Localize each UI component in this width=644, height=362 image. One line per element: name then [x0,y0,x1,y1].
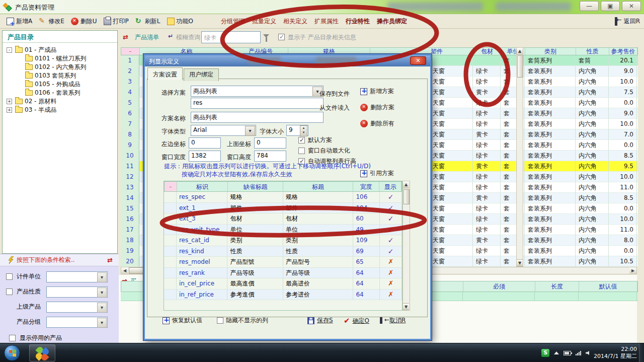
scheme-select[interactable]: 商品列表 [191,86,324,97]
toolbar-button-3[interactable]: 删除U [71,17,97,26]
product-list-label[interactable]: 产品清单 [135,33,159,42]
tree-item[interactable]: 0106 - 套装系列 [4,89,116,97]
menu-item[interactable]: 批量定义 [252,17,276,26]
filter-icon[interactable] [263,34,269,38]
tab-scheme-settings[interactable]: 方案设置 [147,67,183,80]
column-header[interactable]: - [165,182,177,191]
column-header[interactable]: 长度 [535,281,579,292]
menu-item[interactable]: 操作员绑定 [377,17,407,26]
auto-maximize-checkbox-row[interactable]: 窗口自动最大化 [298,147,350,155]
delete-scheme-button[interactable]: 删除方案 [360,103,394,112]
tray-app-icon[interactable]: S [541,349,549,357]
column-header[interactable]: 宽度 [353,182,380,191]
tab-user-binding[interactable]: 用户绑定 [184,68,219,81]
toolbar-button-2[interactable]: 修改E [39,17,64,26]
save-button[interactable]: 保存S [307,316,333,325]
hide-columns-checkbox[interactable] [217,317,223,324]
column-def-row[interactable]: res_cat_id类别类别109✓ [164,235,402,246]
tree-expander[interactable]: + [7,99,12,104]
scroll-left-arrow[interactable]: ◀ [121,267,128,274]
menu-item[interactable]: 相关定义 [283,17,307,26]
battery-icon[interactable] [564,351,571,355]
show-disabled-checkbox[interactable] [9,335,16,341]
column-def-row[interactable]: ext_1塑件塑件104✓ [164,203,402,214]
menu-item[interactable]: 行业特性 [346,17,370,26]
scheme-name-field[interactable]: 商品列表 [191,112,324,123]
swap-icon[interactable]: ⇄ [123,33,128,41]
top-coord-field[interactable]: 0 [254,137,286,149]
minimize-button[interactable]: — [580,1,599,11]
filter-checkbox[interactable] [6,273,13,280]
filter-checkbox[interactable] [6,288,13,295]
read-from-file-label[interactable]: 从文件读入 [319,104,350,112]
save-to-file-label[interactable]: 保存到文件 [319,90,350,98]
scroll-thumb[interactable] [404,189,410,204]
close-button[interactable]: ✕ [622,1,641,11]
tree-item[interactable]: 0103 套筒系列 [4,71,116,80]
reference-scheme-button[interactable]: 引用方案 [360,169,394,178]
cancel-button[interactable]: 取消R [380,316,406,325]
window-height-field[interactable]: 784 [254,151,286,162]
scheme-id-field[interactable]: res [191,98,324,109]
tree-expander[interactable]: + [7,107,12,113]
show-desktop-button[interactable] [639,343,644,362]
toolbar-button-4[interactable]: 打印P [104,17,129,26]
column-header[interactable]: 必须 [463,281,535,292]
return-button[interactable]: 返回R [615,17,640,26]
taskbar-app-button[interactable] [29,344,55,361]
column-header[interactable]: - [121,48,140,55]
filter-dropdown[interactable] [46,286,108,298]
menu-item[interactable]: 扩展属性 [314,17,339,26]
delete-all-button[interactable]: 删除所有 [360,119,394,128]
scroll-thumb[interactable] [517,55,523,78]
auto-maximize-checkbox[interactable] [298,148,305,154]
dialog-close-button[interactable]: ✕ [410,56,426,65]
toolbar-button-1[interactable]: 新增A [7,17,32,26]
filter-dropdown[interactable] [46,302,108,313]
column-header[interactable]: 默认值 [579,281,637,292]
network-signal-icon[interactable] [576,351,581,355]
toolbar-button-5[interactable]: 刷新L [135,17,160,26]
column-header[interactable]: 标题 [283,182,353,191]
filter-dropdown[interactable] [46,271,108,282]
scroll-right-arrow[interactable]: ▶ [629,267,636,274]
show-sub-checkbox[interactable] [278,34,285,40]
show-disabled-row[interactable]: 显示停用的产品 [9,334,62,342]
scroll-down-arrow[interactable]: ▼ [517,259,523,266]
restore-button[interactable]: ▣ [601,1,620,11]
column-header[interactable]: 参考售价 [609,48,637,55]
tree-item[interactable]: 0105 - 外购成品 [4,80,116,89]
hide-columns-checkbox-row[interactable]: 隐藏不显示的列 [217,316,268,325]
font-size-stepper[interactable]: 9 [286,125,308,136]
column-def-row[interactable]: res_kind性质性质69✓ [164,246,402,257]
column-header[interactable]: 缺省标题 [228,182,283,191]
column-def-row[interactable] [164,300,402,311]
column-header[interactable]: 包材 [473,48,501,55]
tree-item[interactable]: 0102 - 内六角系列 [4,63,116,71]
column-def-row[interactable]: res_spec规格规格106✓ [164,192,402,203]
column-def-row[interactable]: ext_3包材包材60✓ [164,213,402,225]
new-scheme-button[interactable]: 新增方案 [360,87,394,96]
clock[interactable]: 22:00 2014/7/1 星期二 [594,346,637,360]
start-button[interactable] [4,345,20,361]
default-scheme-checkbox[interactable] [298,137,305,143]
grid-scrollbar[interactable]: ▲ ▼ [403,181,410,311]
column-def-row[interactable]: res_rank产品等级产品等级64✗ [164,268,402,279]
column-def-row[interactable]: in_cel_price最高進價最高进价64✗ [164,278,402,289]
left-coord-field[interactable]: 0 [189,137,221,149]
tray-expand-icon[interactable] [554,351,559,354]
font-select[interactable]: Arial [191,125,256,136]
swap-icon[interactable]: ⇄ [107,256,113,264]
scroll-up-arrow[interactable]: ▲ [403,181,409,188]
window-width-field[interactable]: 1382 [189,151,221,162]
filter-dropdown[interactable] [46,317,108,328]
vertical-scrollbar[interactable]: ▲ ▼ [516,47,523,267]
tree-item[interactable]: +02 - 原材料 [4,97,116,106]
tree-item[interactable]: +03 - 半成品 [4,106,116,114]
scroll-down-arrow[interactable]: ▼ [403,303,409,310]
tree-item[interactable]: 0101 - 螺丝刀系列 [4,54,116,63]
column-header[interactable]: 标识 [177,182,228,191]
menu-item[interactable]: 分组管理 [221,17,245,26]
column-def-row[interactable]: res_model产品型號产品型号65✗ [164,257,402,268]
scroll-up-arrow[interactable]: ▲ [517,48,523,55]
